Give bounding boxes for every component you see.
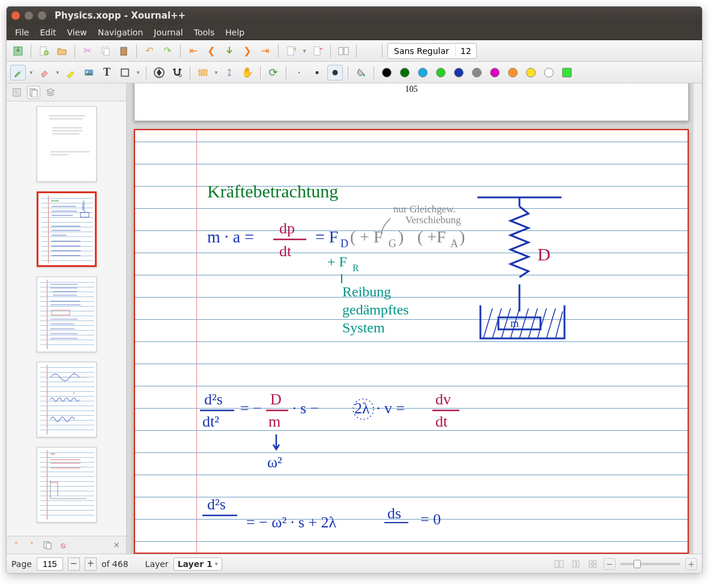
page-number-input[interactable]: [37, 557, 63, 571]
menu-journal[interactable]: Journal: [149, 26, 187, 38]
color-white[interactable]: [541, 65, 557, 80]
zoom-page-icon[interactable]: 1: [570, 558, 582, 570]
insert-page-dropdown[interactable]: ▾: [301, 47, 307, 54]
color-brightgreen[interactable]: [559, 65, 575, 80]
vertical-scrollbar[interactable]: [694, 83, 702, 554]
select-dropdown[interactable]: ▾: [213, 69, 219, 76]
paste-button[interactable]: [116, 43, 132, 59]
color-indicator[interactable]: [362, 43, 377, 59]
close-sidebar-button[interactable]: ✕: [110, 539, 123, 551]
save-button[interactable]: [10, 43, 26, 59]
thumbnail-panel[interactable]: document.write(Array.from({length:14},(_…: [7, 101, 126, 536]
vertical-space-tool[interactable]: [222, 65, 237, 80]
canvas[interactable]: 105 Kräftebetrachtung nur Gleichgew. Ver…: [127, 83, 702, 554]
color-lightgreen[interactable]: [433, 65, 449, 80]
eq1-lhs: m · a =: [207, 227, 254, 246]
pen-dropdown[interactable]: ▾: [28, 69, 34, 76]
pen-tool[interactable]: [10, 65, 26, 80]
last-page-button[interactable]: ⇥: [258, 43, 273, 59]
thumb-4[interactable]: document.write(Array.from({length:14},(_…: [37, 362, 97, 437]
current-page[interactable]: Kräftebetrachtung nur Gleichgew. Verschi…: [134, 129, 689, 554]
undo-button[interactable]: ↶: [142, 43, 157, 59]
menu-file[interactable]: File: [10, 26, 34, 38]
note-annotation-1: nur Gleichgew.: [393, 203, 456, 215]
svg-text:= −: = −: [240, 400, 262, 417]
maximize-button[interactable]: [38, 11, 46, 20]
color-lightblue[interactable]: [415, 65, 431, 80]
thumb-1[interactable]: [37, 106, 97, 182]
reload-button[interactable]: ⟳: [265, 65, 281, 80]
page-increment[interactable]: +: [85, 557, 97, 571]
close-button[interactable]: [11, 11, 20, 20]
shape-dropdown[interactable]: ▾: [135, 69, 141, 76]
eq1-den: dt: [279, 242, 292, 260]
thickness-medium[interactable]: [309, 65, 325, 80]
copy-button[interactable]: [98, 43, 113, 59]
delete-page-button[interactable]: −: [310, 43, 325, 59]
goto-page-button[interactable]: [222, 43, 237, 59]
sidebar-tab-thumbs[interactable]: [27, 86, 40, 99]
remove-page-button[interactable]: ⦸: [57, 539, 69, 551]
note-annotation-2: Verschiebung: [405, 214, 461, 226]
color-gray[interactable]: [469, 65, 485, 80]
pair-pages-button[interactable]: [336, 43, 351, 59]
insert-page-button[interactable]: +: [283, 43, 299, 59]
color-blue[interactable]: [451, 65, 467, 80]
svg-text:dt: dt: [435, 413, 448, 430]
minimize-button[interactable]: [25, 11, 33, 20]
page-total: of 468: [101, 559, 129, 569]
sidebar-tab-outline[interactable]: [10, 86, 23, 99]
zoom-page-pair-icon[interactable]: [553, 558, 565, 570]
body-area: document.write(Array.from({length:14},(_…: [7, 83, 702, 554]
menu-help[interactable]: Help: [220, 26, 249, 38]
thickness-fine[interactable]: [291, 65, 307, 80]
svg-line-54: [528, 308, 537, 338]
menu-edit[interactable]: Edit: [35, 26, 61, 38]
menu-navigation[interactable]: Navigation: [93, 26, 148, 38]
first-page-button[interactable]: ⇤: [186, 43, 201, 59]
cut-button[interactable]: ✂: [80, 43, 95, 59]
menu-tools[interactable]: Tools: [189, 26, 220, 38]
menu-view[interactable]: View: [62, 26, 92, 38]
zoom-slider[interactable]: [620, 563, 680, 565]
color-magenta[interactable]: [487, 65, 503, 80]
image-tool[interactable]: [81, 65, 97, 80]
menubar: File Edit View Navigation Journal Tools …: [7, 25, 702, 40]
shape-recognizer-button[interactable]: [151, 65, 167, 80]
svg-text:· s   −: · s −: [292, 400, 319, 417]
color-green[interactable]: [397, 65, 413, 80]
page-down-button[interactable]: ˅: [26, 539, 38, 551]
eraser-dropdown[interactable]: ▾: [55, 69, 61, 76]
page-up-button[interactable]: ˄: [10, 539, 22, 551]
select-rect-tool[interactable]: [195, 65, 211, 80]
layer-selector[interactable]: Layer 1 ▾: [174, 557, 222, 571]
zoom-out-button[interactable]: −: [604, 558, 616, 570]
eraser-tool[interactable]: [37, 65, 52, 80]
thumb-3[interactable]: document.write(Array.from({length:14},(_…: [37, 277, 97, 352]
highlighter-tool[interactable]: [63, 65, 79, 80]
zoom-fit-icon[interactable]: [587, 558, 599, 570]
next-page-button[interactable]: ❯: [240, 43, 255, 59]
open-button[interactable]: [54, 43, 70, 59]
text-tool[interactable]: T: [99, 65, 115, 80]
sidebar-tab-layers[interactable]: [44, 86, 57, 99]
thumb-2[interactable]: document.write(Array.from({length:14},(_…: [37, 191, 97, 267]
prev-page-button[interactable]: ❮: [204, 43, 219, 59]
duplicate-page-button[interactable]: [41, 539, 53, 551]
color-yellow[interactable]: [523, 65, 539, 80]
hand-tool[interactable]: ✋: [240, 65, 255, 80]
page-decrement[interactable]: −: [68, 557, 80, 571]
shape-tool[interactable]: [117, 65, 133, 80]
color-black[interactable]: [379, 65, 395, 80]
spring-label: D: [537, 244, 551, 264]
new-page-button[interactable]: [36, 43, 52, 59]
color-orange[interactable]: [505, 65, 521, 80]
redo-button[interactable]: ↷: [160, 43, 175, 59]
fill-tool[interactable]: [353, 65, 369, 80]
svg-text:D: D: [340, 238, 348, 250]
font-selector[interactable]: Sans Regular 12: [387, 43, 477, 59]
thumb-5[interactable]: document.write(Array.from({length:14},(_…: [37, 447, 97, 523]
snap-button[interactable]: [169, 65, 185, 80]
zoom-in-button[interactable]: +: [685, 558, 697, 570]
thickness-thick[interactable]: [327, 65, 343, 80]
